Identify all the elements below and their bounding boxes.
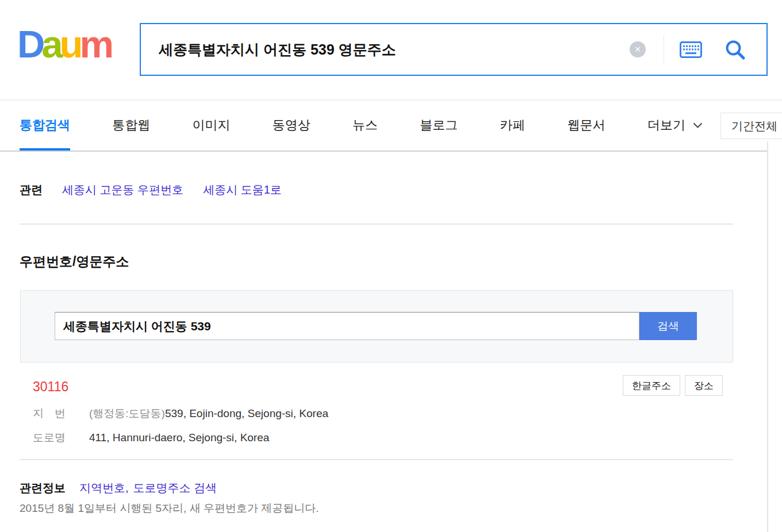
postal-search-input[interactable]	[55, 312, 639, 340]
related-link-2[interactable]: 세종시 도움1로	[203, 182, 282, 198]
admin-dong-prefix: (행정동:도담동)	[89, 407, 165, 419]
tab-more[interactable]: 더보기	[647, 101, 703, 150]
road-name-address-value: 411, Hannuri-daero, Sejong-si, Korea	[89, 431, 269, 444]
daum-logo[interactable]: Daum	[17, 23, 110, 65]
lot-number-address-value: 539, Eojin-dong, Sejong-si, Korea	[165, 407, 328, 419]
section-divider-bottom	[20, 459, 733, 460]
place-button[interactable]: 장소	[685, 375, 723, 396]
korean-address-button[interactable]: 한글주소	[623, 375, 680, 396]
road-address-search-link[interactable]: 도로명주소 검색	[133, 480, 217, 496]
search-box-divider	[664, 35, 664, 64]
main-search-input[interactable]	[141, 24, 630, 75]
related-info-label: 관련정보	[20, 480, 66, 496]
lot-number-address-row: 지 번(행정동:도담동)539, Eojin-dong, Sejong-si, …	[33, 406, 328, 421]
search-category-tabs: 통합검색 통합웹 이미지 동영상 뉴스 블로그 카페 웹문서 더보기	[20, 101, 703, 150]
logo-letter-a: a	[41, 22, 59, 65]
postal-code-notice: 2015년 8월 1일부터 시행된 5자리, 새 우편번호가 제공됩니다.	[20, 501, 319, 516]
section-divider-top	[20, 223, 733, 225]
search-icon[interactable]	[724, 39, 746, 60]
related-label: 관련	[20, 182, 43, 198]
tab-cafe[interactable]: 카페	[500, 101, 526, 150]
result-action-buttons: 한글주소 장소	[623, 375, 723, 396]
postal-search-button[interactable]: 검색	[639, 312, 697, 340]
road-name-address-row: 도로명411, Hannuri-daero, Sejong-si, Korea	[33, 430, 269, 445]
road-name-label: 도로명	[33, 430, 89, 445]
related-info-row: 관련정보 지역번호, 도로명주소 검색	[20, 480, 217, 496]
keyboard-icon[interactable]	[680, 41, 702, 58]
period-filter-dropdown[interactable]: 기간전체	[720, 113, 782, 139]
tab-videos[interactable]: 동영상	[273, 101, 310, 150]
content-sidebar-divider	[767, 141, 768, 532]
tab-total-search[interactable]: 통합검색	[20, 101, 70, 150]
lot-number-label: 지 번	[33, 406, 89, 421]
tab-blog[interactable]: 블로그	[420, 101, 458, 150]
related-info-links: 지역번호, 도로명주소 검색	[79, 480, 217, 496]
tab-more-label: 더보기	[647, 117, 685, 134]
main-search-box: ✕	[140, 23, 768, 76]
related-link-1[interactable]: 세종시 고운동 우편번호	[62, 182, 183, 198]
area-code-link[interactable]: 지역번호,	[79, 480, 129, 496]
tab-web-docs[interactable]: 웹문서	[568, 101, 605, 150]
daum-search-results-page: Daum ✕ 통합검색 통합웹 이미지 동영상	[0, 0, 782, 532]
tab-web[interactable]: 통합웹	[112, 101, 150, 150]
logo-letter-m: m	[80, 22, 111, 65]
postal-search-panel: 검색	[20, 290, 733, 363]
postal-code-value: 30116	[33, 379, 68, 395]
related-keywords-row: 관련 세종시 고운동 우편번호 세종시 도움1로	[20, 182, 282, 198]
tab-news[interactable]: 뉴스	[352, 101, 378, 150]
nav-bottom-border	[0, 151, 768, 152]
logo-letter-u: u	[60, 22, 80, 65]
clear-icon[interactable]: ✕	[630, 41, 646, 57]
postal-section-title: 우편번호/영문주소	[20, 253, 129, 271]
tab-images[interactable]: 이미지	[193, 101, 231, 150]
logo-letter-d: D	[17, 22, 41, 65]
chevron-down-icon	[693, 122, 703, 129]
